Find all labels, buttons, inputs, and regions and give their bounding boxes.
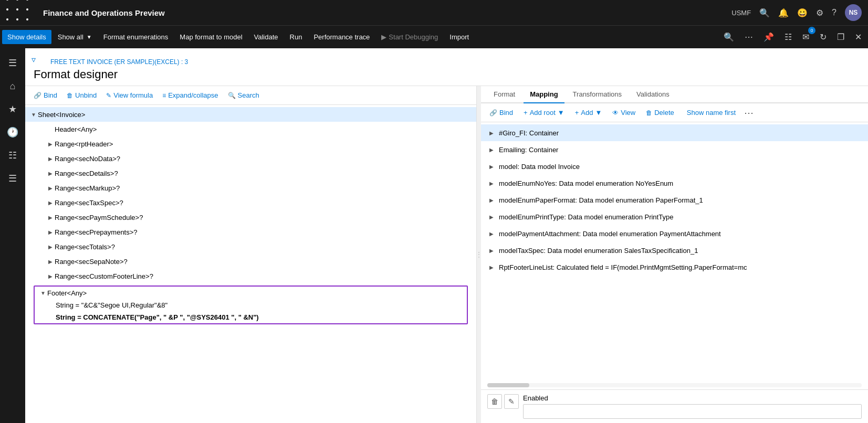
tab-mapping[interactable]: Mapping bbox=[524, 86, 564, 103]
bind-button[interactable]: 🔗 Bind bbox=[29, 89, 61, 101]
right-tree-toggle-model[interactable]: ▶ bbox=[487, 162, 496, 171]
right-tree-item-model[interactable]: ▶ model: Data model Invoice bbox=[481, 158, 868, 175]
start-debugging-button[interactable]: ▶ Start Debugging bbox=[376, 30, 443, 44]
tab-format[interactable]: Format bbox=[487, 86, 521, 103]
tree-item-range-secsepanote[interactable]: ▶ Range<secSepaNote>? bbox=[25, 254, 476, 269]
tree-item-range-secmarkup[interactable]: ▶ Range<secMarkup>? bbox=[25, 181, 476, 195]
sidebar-recent-icon[interactable]: 🕐 bbox=[2, 122, 23, 143]
tree-toggle-secprepayments[interactable]: ▶ bbox=[46, 228, 55, 236]
right-tree-item-model-enum-paperformat[interactable]: ▶ modelEnumPaperFormat: Data model enume… bbox=[481, 192, 868, 208]
run-button[interactable]: Run bbox=[285, 30, 308, 44]
tree-toggle-secdetails[interactable]: ▶ bbox=[46, 169, 55, 177]
right-tree-item-emailing[interactable]: ▶ Emailing: Container bbox=[481, 141, 868, 158]
performance-trace-button[interactable]: Performance trace bbox=[308, 30, 375, 44]
pin-icon[interactable]: 📌 bbox=[759, 29, 778, 45]
expand-collapse-button[interactable]: ≡ Expand/collapse bbox=[158, 89, 222, 101]
right-tree-toggle-model-enum-paperformat[interactable]: ▶ bbox=[487, 196, 496, 204]
close-icon[interactable]: ✕ bbox=[851, 29, 866, 45]
expand-icon[interactable]: ❐ bbox=[833, 29, 849, 45]
bell-icon[interactable]: 🔔 bbox=[778, 8, 789, 18]
tree-item-range-rptheader[interactable]: ▶ Range<rptHeader> bbox=[25, 136, 476, 151]
right-tree-item-model-taxspec[interactable]: ▶ modelTaxSpec: Data model enumeration S… bbox=[481, 242, 868, 259]
add-root-button[interactable]: + Add root ▼ bbox=[519, 107, 569, 119]
add-button[interactable]: + Add ▼ bbox=[571, 107, 606, 119]
tree-item-range-secprepayments[interactable]: ▶ Range<secPrepayments>? bbox=[25, 225, 476, 239]
footer-string-2[interactable]: String = CONCATENATE("Page", " &P ", "@S… bbox=[35, 311, 467, 323]
tree-toggle-sheet[interactable]: ▼ bbox=[29, 110, 38, 119]
footer-group-header[interactable]: ▼ Footer<Any> bbox=[35, 287, 467, 299]
right-tree-item-model-payment-attachment[interactable]: ▶ modelPaymentAttachment: Data model enu… bbox=[481, 225, 868, 242]
sidebar-favorites-icon[interactable]: ★ bbox=[2, 99, 23, 120]
tab-transformations[interactable]: Transformations bbox=[567, 86, 628, 103]
show-name-first-button[interactable]: Show name first bbox=[683, 107, 740, 119]
tree-toggle-rptheader[interactable]: ▶ bbox=[46, 140, 55, 148]
filter-icon[interactable]: ▿ bbox=[29, 52, 38, 67]
right-panel-tree[interactable]: ▶ #Giro_FI: Container ▶ Emailing: Contai… bbox=[481, 122, 868, 381]
show-all-button[interactable]: Show all ▼ bbox=[53, 30, 97, 44]
horizontal-scrollbar[interactable] bbox=[487, 383, 862, 387]
tree-item-header-any[interactable]: Header<Any> bbox=[25, 122, 476, 136]
right-tree-item-giro-fi[interactable]: ▶ #Giro_FI: Container bbox=[481, 124, 868, 141]
view-button[interactable]: 👁 View bbox=[608, 107, 640, 119]
emoji-icon[interactable]: 😀 bbox=[797, 8, 808, 18]
format-enumerations-button[interactable]: Format enumerations bbox=[98, 30, 174, 44]
panel-drag-handle[interactable]: ⋮ bbox=[477, 86, 481, 423]
right-toolbar-more-icon[interactable]: ⋯ bbox=[742, 107, 756, 119]
right-tree-toggle-model-enum-noyes[interactable]: ▶ bbox=[487, 179, 496, 187]
format-tree[interactable]: ▼ Sheet<Invoice> Header<Any> ▶ Range<rpt… bbox=[25, 105, 476, 423]
validate-button[interactable]: Validate bbox=[249, 30, 284, 44]
tree-toggle-secpaymschedule[interactable]: ▶ bbox=[46, 213, 55, 221]
tree-toggle-secmarkup[interactable]: ▶ bbox=[46, 184, 55, 192]
footer-toggle[interactable]: ▼ bbox=[39, 289, 47, 297]
right-tree-toggle-giro-fi[interactable]: ▶ bbox=[487, 129, 496, 137]
sidebar-list-icon[interactable]: ☰ bbox=[2, 168, 23, 189]
import-button[interactable]: Import bbox=[444, 30, 474, 44]
right-bottom-edit-icon[interactable]: ✎ bbox=[504, 394, 519, 409]
right-bind-button[interactable]: 🔗 Bind bbox=[485, 107, 517, 119]
sidebar-home-icon[interactable]: ⌂ bbox=[2, 76, 23, 97]
tree-toggle-seccustomfooterline[interactable]: ▶ bbox=[46, 272, 55, 280]
gear-icon[interactable]: ⚙ bbox=[816, 8, 823, 18]
company-selector[interactable]: USMF bbox=[731, 9, 751, 17]
right-tree-toggle-model-payment-attachment[interactable]: ▶ bbox=[487, 229, 496, 238]
sidebar-menu-icon[interactable]: ☰ bbox=[2, 52, 23, 73]
tree-item-range-secnodata[interactable]: ▶ Range<secNoData>? bbox=[25, 151, 476, 166]
footer-string-1[interactable]: String = "&C&"Segoe UI,Regular"&8" bbox=[35, 299, 467, 311]
app-grid-menu[interactable] bbox=[6, 0, 35, 27]
tree-item-range-secpaymschedule[interactable]: ▶ Range<secPaymSchedule>? bbox=[25, 210, 476, 225]
search-icon-topbar[interactable]: 🔍 bbox=[759, 8, 770, 18]
tree-item-range-seccustomfooterline[interactable]: ▶ Range<secCustomFooterLine>? bbox=[25, 269, 476, 283]
view-formula-button[interactable]: ✎ View formula bbox=[102, 89, 157, 101]
tab-validations[interactable]: Validations bbox=[630, 86, 676, 103]
notification-icon[interactable]: ✉ 0 bbox=[798, 29, 813, 45]
right-tree-toggle-model-taxspec[interactable]: ▶ bbox=[487, 246, 496, 255]
refresh-icon[interactable]: ↻ bbox=[815, 29, 831, 45]
search-icon-action[interactable]: 🔍 bbox=[719, 29, 738, 45]
tree-item-sheet-invoice[interactable]: ▼ Sheet<Invoice> bbox=[25, 107, 476, 122]
unbind-button[interactable]: 🗑 Unbind bbox=[62, 89, 101, 101]
tree-toggle-secsepanote[interactable]: ▶ bbox=[46, 257, 55, 266]
sidebar-workspaces-icon[interactable]: ☷ bbox=[2, 145, 23, 166]
delete-button[interactable]: 🗑 Delete bbox=[642, 107, 678, 119]
user-avatar[interactable]: NS bbox=[845, 4, 862, 21]
right-tree-item-model-enum-noyes[interactable]: ▶ modelEnumNoYes: Data model enumeration… bbox=[481, 175, 868, 192]
tree-toggle-sectaxspec[interactable]: ▶ bbox=[46, 198, 55, 207]
tree-item-range-sectotals[interactable]: ▶ Range<secTotals>? bbox=[25, 239, 476, 254]
help-icon[interactable]: ? bbox=[832, 8, 836, 17]
tree-item-range-secdetails[interactable]: ▶ Range<secDetails>? bbox=[25, 166, 476, 181]
tree-toggle-sectotals[interactable]: ▶ bbox=[46, 242, 55, 251]
right-tree-toggle-rpt-footer-linelist[interactable]: ▶ bbox=[487, 263, 496, 271]
tree-toggle-secnodata[interactable]: ▶ bbox=[46, 154, 55, 163]
bookmark-icon[interactable]: ☷ bbox=[780, 29, 796, 45]
search-button-left[interactable]: 🔍 Search bbox=[224, 89, 264, 101]
more-icon[interactable]: ⋯ bbox=[740, 29, 757, 45]
right-bottom-delete-icon[interactable]: 🗑 bbox=[487, 394, 502, 409]
tree-item-range-sectaxspec[interactable]: ▶ Range<secTaxSpec>? bbox=[25, 195, 476, 210]
right-tree-item-rpt-footer-linelist[interactable]: ▶ RptFooterLineList: Calculated field = … bbox=[481, 259, 868, 276]
map-format-to-model-button[interactable]: Map format to model bbox=[174, 30, 247, 44]
enabled-input[interactable] bbox=[523, 404, 862, 419]
show-details-button[interactable]: Show details bbox=[2, 30, 51, 44]
right-tree-toggle-emailing[interactable]: ▶ bbox=[487, 145, 496, 154]
right-tree-toggle-model-enum-printtype[interactable]: ▶ bbox=[487, 213, 496, 221]
right-tree-item-model-enum-printtype[interactable]: ▶ modelEnumPrintType: Data model enumera… bbox=[481, 208, 868, 225]
